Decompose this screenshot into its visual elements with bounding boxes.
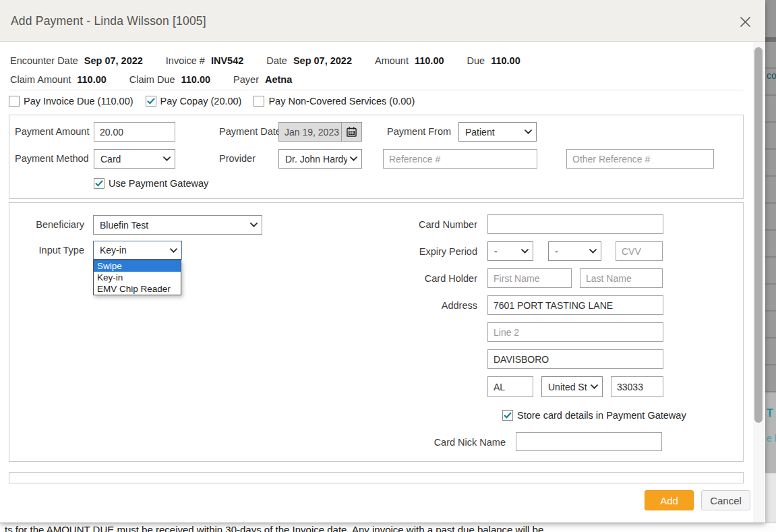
pay-noncovered-label: Pay Non-Covered Services (0.00): [268, 96, 415, 107]
invoice-amount-field: Amount110.00: [375, 55, 444, 66]
checkbox-checked-icon[interactable]: [502, 410, 513, 421]
chevron-down-icon: [521, 249, 529, 254]
use-payment-gateway-checkbox[interactable]: Use Payment Gateway: [94, 178, 208, 189]
card-nickname-input[interactable]: [516, 432, 662, 451]
card-number-label: Card Number: [364, 219, 477, 230]
pay-options-row: Pay Invoice Due (110.00) Pay Copay (20.0…: [9, 96, 415, 107]
use-payment-gateway-label: Use Payment Gateway: [109, 178, 208, 189]
background-invoice-terms-text: ts for the AMOUNT DUE must be received w…: [5, 524, 543, 532]
pay-copay-label: Pay Copay (20.00): [160, 96, 242, 107]
city-input[interactable]: [487, 349, 663, 369]
payment-date-label: Payment Date: [219, 126, 281, 137]
invoice-date-field: DateSep 07, 2022: [266, 55, 352, 66]
chevron-down-icon: [589, 249, 597, 254]
beneficiary-value: Bluefin Test: [100, 220, 247, 231]
modal-scrollbar-thumb[interactable]: [754, 47, 763, 423]
close-icon[interactable]: [737, 13, 753, 30]
calendar-icon[interactable]: [341, 123, 361, 141]
checkbox-unchecked-icon[interactable]: [253, 96, 264, 107]
payment-from-value: Patient: [465, 127, 522, 138]
address-label: Address: [364, 300, 477, 311]
provider-value: Dr. John Hardy: [285, 154, 347, 165]
payment-date-value: Jan 19, 2023: [279, 123, 341, 141]
invoice-number-field: Invoice #INV542: [166, 55, 243, 66]
payment-method-value: Card: [100, 154, 160, 165]
store-card-checkbox[interactable]: Store card details in Payment Gateway: [502, 410, 686, 421]
background-text-fragment: T: [767, 407, 773, 419]
payment-amount-label: Payment Amount: [15, 126, 89, 137]
expiry-month-select[interactable]: -: [487, 241, 533, 261]
country-select[interactable]: United St: [541, 376, 603, 397]
last-name-input[interactable]: [580, 268, 663, 288]
cvv-input[interactable]: [616, 241, 663, 261]
chevron-down-icon: [163, 156, 171, 161]
chevron-down-icon: [591, 384, 598, 389]
dropdown-option-key-in[interactable]: Key-in: [94, 272, 181, 283]
dialog-title: Add Payment - Linda Wilsson [1005]: [11, 14, 206, 28]
checkbox-unchecked-icon[interactable]: [9, 96, 20, 107]
input-type-value: Key-in: [100, 245, 167, 256]
input-type-select[interactable]: Key-in: [93, 241, 182, 260]
collapsed-section: [9, 472, 744, 483]
invoice-summary-row-2: Claim Amount110.00 Claim Due110.00 Payer…: [10, 74, 292, 85]
beneficiary-label: Beneficiary: [15, 219, 84, 230]
country-value: United St: [548, 382, 588, 392]
other-reference-number-input[interactable]: [566, 149, 714, 169]
summary-divider: [9, 90, 744, 90]
reference-number-input[interactable]: [383, 149, 537, 169]
input-type-dropdown-list: Swipe Key-in EMV Chip Reader: [93, 260, 181, 295]
modal-scrollbar-track[interactable]: [753, 42, 765, 523]
payment-method-label: Payment Method: [15, 153, 89, 164]
invoice-summary-row-1: Encounter DateSep 07, 2022 Invoice #INV5…: [10, 55, 520, 66]
background-table-rows: [765, 42, 776, 392]
chevron-down-icon: [250, 223, 258, 227]
background-bottom-strip: ts for the AMOUNT DUE must be received w…: [0, 523, 776, 532]
dropdown-option-swipe[interactable]: Swipe: [94, 260, 181, 272]
dropdown-option-emv-chip-reader[interactable]: EMV Chip Reader: [94, 283, 181, 295]
dialog-header: Add Payment - Linda Wilsson [1005]: [0, 0, 765, 42]
expiry-year-value: -: [555, 246, 587, 257]
background-band: [765, 37, 776, 42]
invoice-due-field: Due110.00: [467, 55, 520, 66]
checkbox-checked-icon[interactable]: [94, 178, 105, 189]
background-page-strip: co T e l: [765, 0, 776, 523]
background-pale-zone: [765, 473, 776, 523]
store-card-label: Store card details in Payment Gateway: [517, 410, 686, 421]
state-input[interactable]: [487, 376, 533, 397]
payment-method-select[interactable]: Card: [94, 149, 175, 169]
background-text-fragment: co: [767, 70, 776, 81]
expiry-period-label: Expiry Period: [364, 246, 477, 257]
payment-from-select[interactable]: Patient: [458, 122, 537, 142]
provider-label: Provider: [219, 153, 256, 164]
pay-invoice-due-checkbox[interactable]: Pay Invoice Due (110.00): [9, 96, 133, 107]
card-nickname-label: Card Nick Name: [392, 437, 506, 448]
payment-amount-input[interactable]: [94, 122, 175, 142]
chevron-down-icon: [525, 129, 532, 134]
add-button[interactable]: Add: [645, 490, 694, 510]
address-line2-input[interactable]: [487, 322, 663, 342]
claim-amount-field: Claim Amount110.00: [10, 74, 107, 85]
chevron-down-icon: [170, 248, 177, 253]
input-type-label: Input Type: [15, 245, 84, 256]
pay-copay-checkbox[interactable]: Pay Copay (20.00): [146, 96, 242, 107]
pay-invoice-due-label: Pay Invoice Due (110.00): [24, 96, 133, 107]
card-number-input[interactable]: [487, 214, 663, 234]
payment-from-label: Payment From: [387, 126, 451, 137]
claim-due-field: Claim Due110.00: [129, 74, 210, 85]
payer-field: PayerAetna: [233, 74, 292, 85]
payment-date-picker[interactable]: Jan 19, 2023: [278, 122, 362, 142]
first-name-input[interactable]: [487, 268, 572, 288]
beneficiary-select[interactable]: Bluefin Test: [93, 215, 262, 235]
cancel-button[interactable]: Cancel: [701, 490, 750, 510]
background-text-fragment: e l: [767, 433, 776, 444]
expiry-month-value: -: [494, 246, 518, 257]
address-line1-input[interactable]: [487, 295, 663, 315]
provider-select[interactable]: Dr. John Hardy: [278, 149, 362, 169]
checkbox-checked-icon[interactable]: [146, 96, 156, 107]
encounter-date-field: Encounter DateSep 07, 2022: [10, 55, 143, 66]
expiry-year-select[interactable]: -: [548, 241, 601, 261]
zip-input[interactable]: [611, 376, 663, 397]
pay-noncovered-checkbox[interactable]: Pay Non-Covered Services (0.00): [253, 96, 415, 107]
add-payment-dialog: Add Payment - Linda Wilsson [1005] Encou…: [0, 0, 765, 523]
chevron-down-icon: [350, 156, 357, 161]
